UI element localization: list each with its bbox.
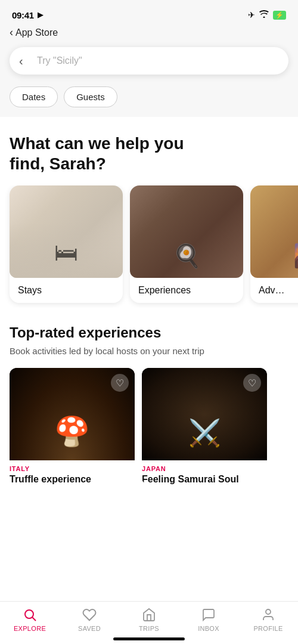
experience-truffle[interactable]: ♡ ITALY Truffle experience: [10, 368, 135, 485]
profile-label: PROFILE: [253, 625, 283, 632]
back-arrow-icon: ‹: [10, 26, 13, 39]
battery-icon: ⚡: [273, 11, 286, 20]
status-left: 09:41 ▶: [12, 10, 43, 20]
profile-icon: [261, 606, 275, 623]
nav-inbox[interactable]: INBOX: [179, 606, 238, 632]
inbox-label: INBOX: [198, 625, 219, 632]
wishlist-truffle-btn[interactable]: ♡: [111, 374, 129, 392]
main-content: What can we help you find, Sarah? Stays …: [0, 117, 298, 494]
time: 09:41: [12, 10, 34, 20]
greeting-text: What can we help you find, Sarah?: [10, 129, 288, 174]
svg-point-0: [25, 610, 33, 618]
section-subtitle: Book activities led by local hosts on yo…: [10, 345, 288, 357]
samurai-name: Feeling Samurai Soul: [142, 474, 267, 485]
status-right: ✈ ⚡: [248, 10, 286, 20]
wifi-icon: [259, 10, 269, 20]
samurai-image: ♡: [142, 368, 267, 460]
location-icon: ▶: [38, 11, 43, 19]
top-rated-section: Top-rated experiences Book activities le…: [10, 324, 288, 494]
svg-line-1: [33, 618, 36, 621]
nav-trips[interactable]: TRIPS: [119, 606, 179, 632]
scroll-content: ‹ Try "Sicily" Dates Guests What can we …: [0, 42, 298, 644]
dates-filter[interactable]: Dates: [10, 86, 58, 107]
category-adventures-label: Adv…: [250, 278, 298, 303]
wishlist-samurai-btn[interactable]: ♡: [243, 374, 261, 392]
category-experiences-label: Experiences: [130, 278, 243, 303]
back-navigation[interactable]: ‹ App Store: [0, 26, 298, 42]
category-stays-label: Stays: [10, 278, 123, 303]
section-title: Top-rated experiences: [10, 324, 288, 341]
saved-icon: [82, 606, 97, 623]
experience-samurai[interactable]: ♡ JAPAN Feeling Samurai Soul: [142, 368, 267, 485]
nav-explore[interactable]: EXPLORE: [0, 606, 60, 632]
explore-label: EXPLORE: [14, 625, 46, 632]
explore-icon: [23, 606, 37, 623]
inbox-icon: [201, 606, 216, 623]
trips-icon: [142, 606, 156, 623]
search-bar[interactable]: ‹ Try "Sicily": [10, 47, 288, 75]
guests-filter[interactable]: Guests: [64, 86, 117, 107]
experiences-grid: ♡ ITALY Truffle experience ♡ JAPAN Feeli…: [0, 368, 298, 494]
search-back-icon[interactable]: ‹: [19, 54, 23, 68]
samurai-country: JAPAN: [142, 465, 267, 472]
nav-profile[interactable]: PROFILE: [238, 606, 298, 632]
category-stays[interactable]: Stays: [10, 185, 123, 303]
trips-label: TRIPS: [139, 625, 159, 632]
saved-label: SAVED: [78, 625, 101, 632]
filter-pills: Dates Guests: [0, 82, 298, 117]
category-scroll: Stays Experiences Adv…: [0, 185, 298, 308]
search-container: ‹ Try "Sicily": [0, 42, 298, 82]
svg-point-2: [266, 609, 271, 614]
search-placeholder: Try "Sicily": [37, 55, 82, 66]
truffle-country: ITALY: [10, 465, 135, 472]
back-label[interactable]: App Store: [15, 27, 58, 38]
airplane-icon: ✈: [248, 10, 255, 20]
truffle-name: Truffle experience: [10, 474, 135, 485]
category-experiences[interactable]: Experiences: [130, 185, 243, 303]
nav-saved[interactable]: SAVED: [60, 606, 119, 632]
truffle-image: ♡: [10, 368, 135, 460]
category-adventures[interactable]: Adv…: [250, 185, 298, 303]
home-indicator: [113, 637, 185, 640]
status-bar: 09:41 ▶ ✈ ⚡: [0, 0, 298, 26]
